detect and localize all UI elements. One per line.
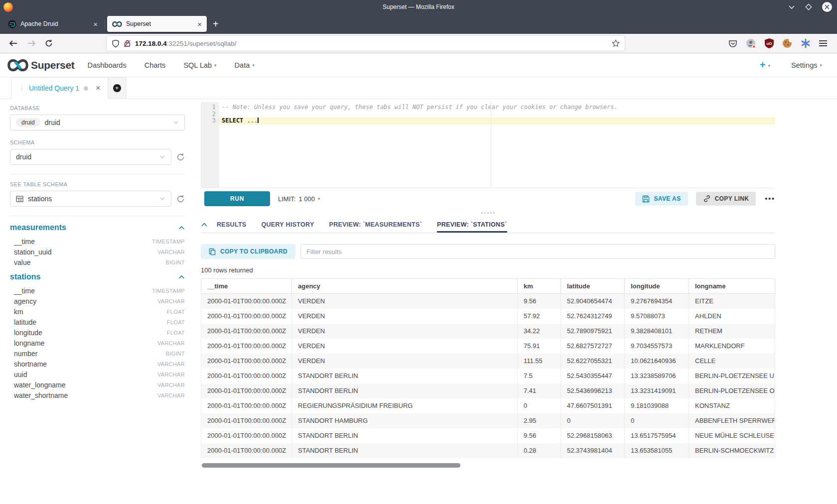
nav-item-charts[interactable]: Charts <box>144 61 166 69</box>
drag-handle-icon[interactable]: ⋮ <box>18 85 24 92</box>
table-cell: 13.6517575954 <box>625 428 689 443</box>
refresh-table-schema-icon[interactable] <box>176 195 185 203</box>
line-number: 1 <box>201 104 216 111</box>
query-tab-title: Untitled Query 1 <box>29 84 79 92</box>
schema-column-row: longitude FLOAT <box>10 327 185 338</box>
nav-item-sql-lab[interactable]: SQL Lab▾ <box>183 61 216 69</box>
table-schema-select[interactable]: stations <box>10 191 171 207</box>
nav-item-data[interactable]: Data▾ <box>235 61 255 69</box>
settings-menu[interactable]: Settings▾ <box>791 61 822 69</box>
column-header[interactable]: longitude <box>625 279 689 294</box>
copy-to-clipboard-button[interactable]: COPY TO CLIPBOARD <box>201 244 295 259</box>
tab-separator <box>105 19 105 28</box>
bookmark-star-icon[interactable] <box>612 39 620 47</box>
table-cell: NEUE MÜHLE SCHLEUSE OP <box>689 428 775 443</box>
shield-icon[interactable] <box>112 39 120 48</box>
table-group-stations: stations __time TIMESTAMP agency VARCHAR… <box>10 272 185 400</box>
table-cell: 2000-01-01T00:00:00.000Z <box>201 324 292 339</box>
table-cell: 52.6227055321 <box>561 354 625 369</box>
column-header[interactable]: __time <box>201 279 292 294</box>
column-list: __time TIMESTAMP agency VARCHAR km FLOAT… <box>10 285 185 400</box>
schema-column-row: station_uuid VARCHAR <box>10 247 185 257</box>
back-icon[interactable] <box>9 40 18 47</box>
table-group-measurements: measurements __time TIMESTAMP station_uu… <box>10 223 185 267</box>
tab-close-icon[interactable]: × <box>197 20 202 28</box>
results-table-body: 2000-01-01T00:00:00.000ZVERDEN9.5652.904… <box>201 294 775 458</box>
pocket-icon[interactable] <box>728 39 737 48</box>
cookie-extension-icon[interactable] <box>782 38 792 48</box>
save-as-button[interactable]: SAVE AS <box>635 192 688 206</box>
superset-logo[interactable]: Superset <box>7 58 74 72</box>
sql-editor[interactable]: 1 2 3 -- Note: Unless you save your quer… <box>201 102 775 188</box>
pane-splitter-handle[interactable] <box>201 209 775 216</box>
collapse-chevron-up-icon[interactable] <box>178 275 185 279</box>
query-tab-close-icon[interactable]: × <box>96 84 100 93</box>
schema-select[interactable]: druid <box>10 149 171 165</box>
refresh-schema-icon[interactable] <box>176 153 185 161</box>
column-name: longname <box>14 339 45 347</box>
nav-item-dashboards[interactable]: Dashboards <box>87 61 126 69</box>
table-cell: 9.7034557573 <box>625 339 689 354</box>
collapse-south-pane-icon[interactable] <box>201 216 208 233</box>
query-state-dot <box>84 86 88 91</box>
schema-label: SCHEMA <box>10 139 185 145</box>
tab-preview-measurements[interactable]: PREVIEW: `MEASUREMENTS` <box>329 216 422 233</box>
new-item-button[interactable]: +▾ <box>760 59 770 71</box>
column-type: FLOAT <box>167 319 185 325</box>
copy-link-button[interactable]: COPY LINK <box>696 192 756 206</box>
table-cell: 2000-01-01T00:00:00.000Z <box>201 309 292 324</box>
table-cell: 52.2968158063 <box>561 428 625 443</box>
browser-tab-superset[interactable]: Superset × <box>107 16 207 32</box>
table-cell: 52.9040654474 <box>561 294 625 309</box>
table-row: 2000-01-01T00:00:00.000ZVERDEN34.2252.78… <box>201 324 775 339</box>
tab-preview-stations[interactable]: PREVIEW: `STATIONS` <box>437 216 507 233</box>
column-header[interactable]: agency <box>292 279 518 294</box>
table-cell: 9.56 <box>518 428 561 443</box>
window-minimize-icon[interactable] <box>788 5 795 9</box>
column-header[interactable]: longname <box>689 279 775 294</box>
tab-results[interactable]: RESULTS <box>217 216 247 233</box>
ublock-icon[interactable]: uO <box>765 38 774 48</box>
database-select[interactable]: druid druid <box>10 115 185 130</box>
table-cell: VERDEN <box>292 309 518 324</box>
table-row: 2000-01-01T00:00:00.000ZSTANDORT BERLIN7… <box>201 369 775 383</box>
rows-returned-text: 100 rows returned <box>201 266 775 274</box>
table-cell: 9.57088073 <box>625 309 689 324</box>
forward-icon[interactable] <box>27 40 36 47</box>
window-titlebar: Superset — Mozilla Firefox <box>0 0 837 14</box>
column-header[interactable]: latitude <box>561 279 625 294</box>
insecure-lock-icon[interactable] <box>124 39 131 47</box>
brand-name: Superset <box>31 59 74 71</box>
table-cell: VERDEN <box>292 339 518 354</box>
table-name[interactable]: measurements <box>10 223 66 232</box>
query-tab-active[interactable]: ⋮ Untitled Query 1 × <box>11 77 108 99</box>
new-tab-button[interactable]: + <box>213 18 219 30</box>
asterisk-extension-icon[interactable] <box>801 38 811 48</box>
results-tabbar: RESULTS QUERY HISTORY PREVIEW: `MEASUREM… <box>201 216 775 233</box>
tab-query-history[interactable]: QUERY HISTORY <box>262 216 314 233</box>
plus-circle-icon: + <box>113 84 121 92</box>
tab-close-icon[interactable]: × <box>93 20 98 28</box>
url-bar[interactable]: 172.18.0.4:32251/superset/sqllab/ <box>107 36 625 51</box>
limit-dropdown[interactable]: LIMIT: 1 000 ▾ <box>278 195 320 203</box>
table-name[interactable]: stations <box>10 272 40 281</box>
browser-tab-title: Superset <box>126 20 193 27</box>
scrollbar-thumb[interactable] <box>202 463 460 468</box>
add-query-tab-button[interactable]: + <box>108 77 127 99</box>
extension-account-icon[interactable] <box>746 38 756 49</box>
menu-hamburger-icon[interactable] <box>819 39 827 48</box>
browser-tab-apache-druid[interactable]: Apache Druid × <box>3 16 103 32</box>
filter-results-input[interactable] <box>300 244 775 259</box>
window-maximize-icon[interactable] <box>805 3 812 10</box>
run-button[interactable]: RUN <box>204 191 270 206</box>
collapse-chevron-up-icon[interactable] <box>178 226 185 230</box>
reload-icon[interactable] <box>45 39 53 47</box>
window-close-icon[interactable] <box>822 2 832 12</box>
more-options-icon[interactable]: ••• <box>765 195 775 203</box>
column-type: VARCHAR <box>157 340 185 346</box>
schema-column-row: __time TIMESTAMP <box>10 285 185 296</box>
schema-column-row: shortname VARCHAR <box>10 359 185 369</box>
column-header[interactable]: km <box>518 279 561 294</box>
editor-toolbar: RUN LIMIT: 1 000 ▾ SAVE AS COPY LINK ••• <box>201 188 775 209</box>
table-cell: STANDORT BERLIN <box>292 369 518 383</box>
